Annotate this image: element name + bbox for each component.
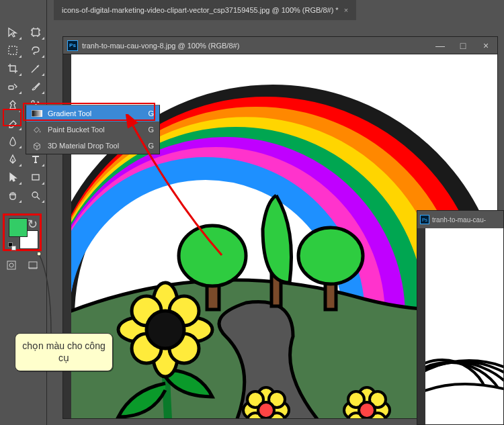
svg-rect-7	[7, 261, 15, 269]
svg-rect-2	[9, 86, 13, 89]
screen-mode-icon[interactable]	[27, 259, 39, 271]
svg-rect-43	[32, 110, 42, 117]
svg-point-12	[179, 226, 246, 286]
move-icon[interactable]	[3, 24, 22, 40]
close-tab-icon[interactable]: ×	[344, 6, 348, 14]
flyout-item-shortcut: G	[148, 142, 154, 150]
flyout-gradient-tool[interactable]: Gradient Tool G	[26, 105, 159, 122]
blur-icon[interactable]	[3, 133, 22, 149]
gradient-flyout: Gradient Tool G Paint Bucket Tool G 3D M…	[26, 105, 160, 154]
svg-rect-1	[9, 46, 17, 54]
main-tab-label: icons-of-digital-marketing-video-clipart…	[62, 6, 339, 14]
svg-point-33	[258, 402, 274, 418]
maximize-icon[interactable]: □	[452, 38, 474, 54]
svg-point-6	[32, 192, 38, 197]
main-tab[interactable]: icons-of-digital-marketing-video-clipart…	[54, 0, 356, 20]
rectangle-icon[interactable]	[26, 169, 45, 185]
flyout-3d-material[interactable]: 3D Material Drop Tool G	[26, 138, 159, 154]
bucket-icon	[32, 126, 42, 134]
clone-icon[interactable]	[3, 97, 22, 113]
pen-icon[interactable]	[3, 151, 22, 167]
document-window-peek: Ps tranh-to-mau-cau-	[417, 210, 504, 425]
spot-heal-icon[interactable]	[3, 79, 22, 95]
svg-point-24	[146, 311, 184, 348]
gradient-thumb-icon	[32, 109, 42, 117]
artboard-icon[interactable]	[26, 24, 45, 40]
callout-balloon: chọn màu cho công cụ	[15, 333, 113, 371]
crop-icon[interactable]	[3, 60, 22, 77]
flyout-item-shortcut: G	[148, 126, 154, 134]
swap-colors-icon[interactable]: ↻	[28, 217, 37, 226]
flyout-paint-bucket[interactable]: Paint Bucket Tool G	[26, 122, 159, 138]
hand-icon[interactable]	[3, 187, 22, 203]
flyout-item-shortcut: G	[148, 109, 154, 117]
peek-titlebar[interactable]: Ps tranh-to-mau-cau-	[417, 211, 503, 228]
main-tab-bar: icons-of-digital-marketing-video-clipart…	[0, 0, 504, 20]
minimize-icon[interactable]: —	[429, 38, 452, 54]
mask-mode-icon[interactable]	[5, 259, 17, 271]
fg-color[interactable]	[9, 218, 28, 237]
lasso-icon[interactable]	[26, 42, 45, 58]
callout-text: chọn màu cho công cụ	[22, 340, 105, 363]
ps-app-icon: Ps	[420, 215, 429, 224]
svg-rect-9	[29, 262, 37, 268]
flyout-item-label: Gradient Tool	[48, 109, 91, 117]
brush-icon[interactable]	[26, 79, 45, 95]
svg-point-3	[32, 101, 34, 103]
svg-rect-0	[32, 29, 39, 36]
quick-mask-mode	[5, 259, 39, 271]
zoom-icon[interactable]	[26, 187, 45, 203]
path-select-icon[interactable]	[3, 169, 22, 185]
svg-point-15	[298, 228, 363, 284]
default-colors-icon-2	[11, 246, 16, 250]
ps-app-icon: Ps	[67, 40, 78, 51]
document-titlebar[interactable]: Ps tranh-to-mau-cau-vong-8.jpg @ 100% (R…	[63, 37, 497, 54]
flyout-item-label: 3D Material Drop Tool	[48, 142, 119, 150]
window-controls: — □ ×	[429, 38, 497, 54]
svg-point-8	[9, 263, 13, 267]
eraser-icon[interactable]	[3, 115, 22, 131]
document-title: tranh-to-mau-cau-vong-8.jpg @ 100% (RGB/…	[82, 42, 239, 50]
tool-grid	[0, 0, 46, 203]
close-icon[interactable]: ×	[474, 38, 497, 54]
svg-point-42	[359, 402, 375, 418]
svg-rect-5	[32, 175, 39, 180]
cube-icon	[32, 142, 42, 150]
marquee-icon[interactable]	[3, 42, 22, 58]
eyedropper-icon[interactable]	[26, 60, 45, 77]
peek-title-text: tranh-to-mau-cau-	[432, 216, 486, 224]
peek-canvas[interactable]	[417, 228, 503, 424]
color-swatches: ↻	[3, 214, 42, 251]
flyout-item-label: Paint Bucket Tool	[48, 126, 105, 134]
